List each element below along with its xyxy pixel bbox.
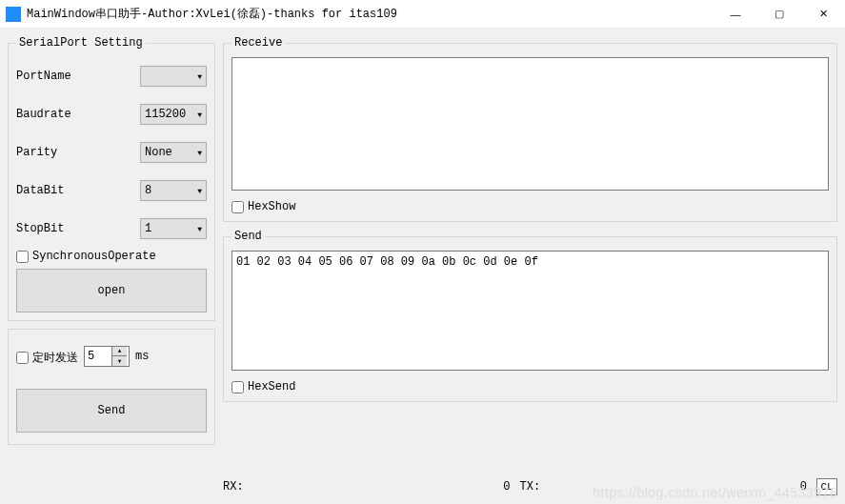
send-legend: Send [231, 230, 265, 243]
baudrate-label: Baudrate [16, 108, 140, 121]
synchronous-operate-label: SynchronousOperate [32, 250, 156, 263]
chevron-down-icon: ▼ [193, 72, 202, 81]
hexsend-checkbox[interactable]: HexSend [231, 380, 829, 393]
status-bar: RX: 0 TX: 0 CL [223, 477, 837, 496]
send-button-label: Send [98, 404, 126, 417]
rx-label: RX: [223, 480, 244, 494]
stopbit-value: 1 [145, 222, 193, 235]
clear-button[interactable]: CL [816, 478, 837, 495]
window-title: MainWindow串口助手-Author:XvLei(徐磊)-thanks f… [27, 6, 397, 22]
stopbit-combo[interactable]: 1 ▼ [140, 218, 207, 239]
title-bar: MainWindow串口助手-Author:XvLei(徐磊)-thanks f… [0, 0, 845, 29]
hexsend-input[interactable] [231, 381, 244, 393]
send-group: Send HexSend [223, 230, 837, 402]
minimize-button[interactable]: — [714, 0, 757, 29]
hexshow-checkbox[interactable]: HexShow [231, 200, 829, 213]
interval-unit: ms [135, 350, 149, 363]
stopbit-label: StopBit [16, 222, 140, 235]
chevron-down-icon: ▼ [193, 111, 202, 119]
clear-button-label: CL [820, 481, 833, 493]
open-button[interactable]: open [16, 269, 207, 312]
hexshow-label: HexShow [248, 200, 295, 213]
serialport-setting-legend: SerialPort Setting [16, 36, 146, 50]
hexsend-label: HexSend [248, 380, 295, 393]
portname-combo[interactable]: ▼ [140, 66, 207, 87]
portname-label: PortName [16, 70, 140, 83]
maximize-button[interactable]: ▢ [757, 0, 801, 29]
app-icon [6, 7, 21, 22]
spin-down-icon[interactable]: ▼ [112, 356, 127, 366]
interval-input[interactable] [85, 347, 111, 366]
timed-send-label: 定时发送 [32, 350, 78, 366]
synchronous-operate-input[interactable] [16, 251, 29, 263]
timed-send-input[interactable] [16, 352, 29, 364]
databit-combo[interactable]: 8 ▼ [140, 180, 207, 201]
chevron-down-icon: ▼ [193, 187, 202, 195]
send-textarea[interactable] [231, 251, 829, 371]
receive-legend: Receive [231, 36, 285, 50]
tx-count: 0 [800, 480, 813, 494]
baudrate-combo[interactable]: 115200 ▼ [140, 104, 207, 125]
receive-textarea[interactable] [231, 57, 829, 191]
timer-panel: 定时发送 ▲ ▼ ms Send [8, 329, 215, 445]
open-button-label: open [98, 284, 126, 297]
tx-label: TX: [520, 480, 541, 494]
receive-group: Receive HexShow [223, 36, 837, 222]
spin-up-icon[interactable]: ▲ [112, 347, 127, 356]
parity-label: Parity [16, 146, 140, 159]
send-button[interactable]: Send [16, 389, 207, 433]
chevron-down-icon: ▼ [193, 149, 202, 157]
serialport-setting-group: SerialPort Setting PortName ▼ Baudrate 1… [8, 36, 215, 321]
baudrate-value: 115200 [145, 108, 193, 121]
timed-send-checkbox[interactable]: 定时发送 [16, 350, 78, 366]
parity-value: None [145, 146, 193, 159]
hexshow-input[interactable] [231, 201, 244, 213]
close-button[interactable]: ✕ [801, 0, 845, 29]
databit-value: 8 [145, 184, 193, 197]
databit-label: DataBit [16, 184, 140, 197]
parity-combo[interactable]: None ▼ [140, 142, 207, 163]
chevron-down-icon: ▼ [193, 225, 202, 233]
synchronous-operate-checkbox[interactable]: SynchronousOperate [16, 250, 207, 263]
rx-count: 0 [503, 480, 515, 494]
interval-spin[interactable]: ▲ ▼ [84, 346, 130, 367]
